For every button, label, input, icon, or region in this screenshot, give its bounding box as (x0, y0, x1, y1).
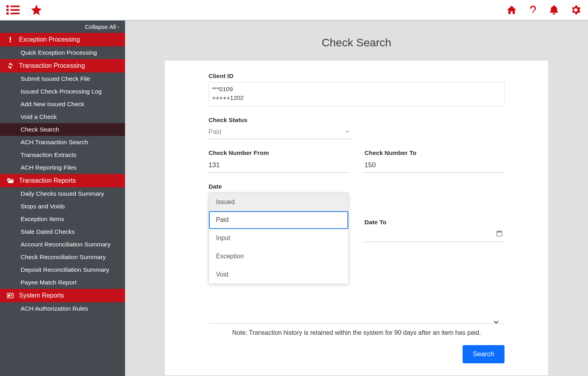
date-type-option-paid[interactable]: Paid (209, 211, 348, 229)
check-number-from-label: Check Number From (209, 149, 349, 157)
nav-item-ach-transaction-search[interactable]: ACH Transaction Search (0, 136, 125, 149)
date-to-input[interactable] (364, 231, 505, 239)
nav-item-account-reconciliation-summary[interactable]: Account Reconciliation Summary (0, 238, 125, 251)
svg-rect-7 (10, 41, 11, 42)
check-number-to-input[interactable] (364, 161, 505, 169)
nav-section-label: Exception Processing (19, 36, 80, 43)
check-number-row: Check Number From Check Number To (209, 149, 505, 173)
report-icon (6, 292, 15, 299)
date-type-option-void[interactable]: Void (209, 265, 348, 284)
date-type-option-issued[interactable]: Issued (209, 193, 348, 211)
gear-icon[interactable] (570, 4, 582, 16)
svg-rect-13 (497, 231, 502, 233)
nav-section-exception-processing[interactable]: Exception Processing (0, 33, 125, 46)
date-type-option-input[interactable]: Input (209, 229, 348, 247)
bell-icon[interactable] (548, 4, 560, 16)
check-number-to-group: Check Number To (364, 149, 505, 173)
date-to-label: Date To (364, 219, 505, 226)
home-icon[interactable] (506, 4, 518, 15)
calendar-icon[interactable] (496, 230, 503, 239)
nav-item-issued-check-processing-log[interactable]: Issued Check Processing Log (0, 85, 125, 98)
retention-note: Note: Transaction history is retained wi… (209, 329, 505, 336)
refresh-icon (6, 62, 15, 69)
nav-item-check-search[interactable]: Check Search (0, 123, 125, 136)
date-to-group: Date To (364, 183, 505, 242)
nav-item-stale-dated-checks[interactable]: Stale Dated Checks (0, 225, 125, 238)
chevron-down-icon (344, 128, 351, 136)
show-additional-options[interactable] (209, 315, 505, 324)
svg-rect-1 (10, 6, 20, 7)
check-status-value: Paid (209, 128, 221, 136)
nav-item-ach-authorization-rules[interactable]: ACH Authorization Rules (0, 302, 125, 315)
date-type-dropdown[interactable]: Issued Paid Input Exception Void (209, 193, 349, 284)
nav-section-transaction-reports[interactable]: Transaction Reports (0, 174, 125, 187)
menu-icon[interactable] (6, 4, 20, 15)
check-number-to-label: Check Number To (364, 149, 505, 157)
client-id-group: Client ID ***0109 +++++1202 (209, 73, 505, 106)
nav-item-check-reconciliation-summary[interactable]: Check Reconciliation Summary (0, 251, 125, 263)
check-status-group: Check Status Paid (209, 116, 353, 139)
collapse-all-link[interactable]: Collapse All - (0, 21, 125, 33)
sidebar: Collapse All - Exception Processing Quic… (0, 21, 125, 376)
check-status-select[interactable]: Paid (209, 126, 353, 139)
date-row: Date Issued Paid Input Exception Void Da… (209, 183, 505, 300)
star-icon[interactable] (30, 4, 43, 16)
nav-section-label: System Reports (19, 292, 64, 299)
svg-rect-14 (498, 230, 499, 232)
nav-item-submit-issued-check-file[interactable]: Submit Issued Check File (0, 73, 125, 85)
check-status-label: Check Status (209, 116, 353, 124)
nav-item-daily-checks-issued-summary[interactable]: Daily Checks Issued Summary (0, 187, 125, 200)
app-shell: Collapse All - Exception Processing Quic… (0, 21, 588, 376)
svg-rect-10 (11, 294, 13, 295)
content-area: Check Search Client ID ***0109 +++++1202… (125, 21, 588, 376)
topbar (0, 0, 588, 21)
check-number-from-group: Check Number From (209, 149, 349, 173)
client-id-label: Client ID (209, 73, 505, 80)
page-title: Check Search (141, 36, 572, 49)
nav-item-void-a-check[interactable]: Void a Check (0, 111, 125, 123)
check-number-from-input[interactable] (209, 161, 349, 169)
svg-rect-2 (6, 9, 9, 11)
actions-row: Search (209, 345, 505, 363)
svg-rect-5 (10, 13, 20, 14)
date-label: Date (209, 183, 349, 190)
date-type-group: Date Issued Paid Input Exception Void (209, 183, 349, 300)
search-button[interactable]: Search (463, 345, 505, 363)
svg-rect-4 (6, 12, 9, 15)
client-id-option[interactable]: ***0109 (212, 85, 501, 94)
svg-rect-9 (8, 294, 10, 297)
nav-item-payee-match-report[interactable]: Payee Match Report (0, 276, 125, 289)
nav-section-label: Transaction Processing (19, 62, 85, 69)
nav-item-ach-reporting-files[interactable]: ACH Reporting Files (0, 161, 125, 174)
nav-section-transaction-processing[interactable]: Transaction Processing (0, 59, 125, 73)
nav-item-deposit-reconciliation-summary[interactable]: Deposit Reconciliation Summary (0, 263, 125, 276)
svg-rect-6 (10, 37, 11, 40)
topbar-right (506, 4, 582, 16)
svg-rect-3 (10, 9, 20, 11)
nav-section-system-reports[interactable]: System Reports (0, 289, 125, 302)
nav-item-exception-items[interactable]: Exception Items (0, 213, 125, 225)
client-id-select[interactable]: ***0109 +++++1202 (209, 82, 505, 106)
help-icon[interactable] (528, 4, 538, 16)
folder-open-icon (6, 177, 15, 184)
chevron-down-icon (492, 318, 501, 328)
nav-section-label: Transaction Reports (19, 177, 76, 184)
client-id-option[interactable]: +++++1202 (212, 94, 501, 102)
alert-icon (6, 36, 15, 43)
topbar-left (6, 4, 43, 16)
nav-item-transaction-extracts[interactable]: Transaction Extracts (0, 149, 125, 161)
nav-item-add-new-issued-check[interactable]: Add New Issued Check (0, 98, 125, 111)
svg-rect-0 (6, 5, 9, 8)
nav-item-quick-exception-processing[interactable]: Quick Exception Processing (0, 46, 125, 59)
search-card: Client ID ***0109 +++++1202 Check Status… (165, 60, 548, 376)
svg-rect-15 (500, 230, 501, 232)
svg-rect-11 (11, 296, 13, 296)
nav-item-stops-and-voids[interactable]: Stops and Voids (0, 200, 125, 213)
date-type-option-exception[interactable]: Exception (209, 247, 348, 265)
